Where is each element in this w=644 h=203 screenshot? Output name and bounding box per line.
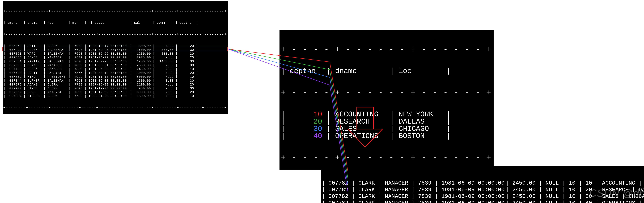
emp-cell: SMITH	[28, 44, 42, 48]
emp-cell: 7839	[72, 67, 82, 71]
emp-cell: CLERK	[48, 94, 66, 98]
emp-cell: 20	[180, 90, 194, 94]
emp-cell: 10	[180, 67, 194, 71]
result-cell: 7839	[418, 193, 431, 200]
emp-h-comm: comm	[157, 21, 174, 25]
emp-cell: NULL	[157, 90, 174, 94]
dept-h-deptno: deptno	[290, 67, 322, 75]
emp-cell: SALESMAN	[48, 48, 66, 52]
emp-cell: 20	[180, 71, 194, 75]
result-cell: 007782	[328, 186, 348, 193]
result-cell: 1981-06-09 00:00:00	[442, 193, 502, 200]
emp-cell: MANAGER	[48, 64, 66, 67]
emp-cell: NULL	[157, 71, 174, 75]
emp-h-hiredate: hiredate	[88, 21, 128, 25]
dept-cell-deptno: 20	[290, 118, 322, 125]
emp-cell: 007499	[7, 48, 22, 52]
emp-cell: 1300.00	[134, 94, 151, 98]
emp-cell: ANALYST	[48, 71, 66, 75]
emp-cell: MANAGER	[48, 67, 66, 71]
result-cell: 1981-06-09 00:00:00	[442, 200, 502, 203]
emp-cell: 7566	[72, 90, 82, 94]
emp-h-empno: empno	[7, 21, 22, 25]
emp-cell: CLARK	[28, 67, 42, 71]
emp-row: | 007902 | FORD | ANALYST | 7566 | 1981-…	[3, 90, 227, 94]
result-cell: 2450.00	[512, 180, 536, 186]
emp-cell: FORD	[28, 90, 42, 94]
emp-row: | 007876 | ADAMS | CLERK | 7788 | 1987-0…	[3, 83, 227, 87]
emp-cell: 1982-01-23 00:00:00	[88, 94, 128, 98]
emp-cell: 1981-09-28 00:00:00	[88, 60, 128, 64]
result-cell: NULL	[546, 186, 559, 193]
emp-cell: 7788	[72, 83, 82, 87]
result-cell: CLARK	[358, 186, 375, 193]
emp-cell: 30	[180, 79, 194, 83]
emp-cell: 7698	[72, 48, 82, 52]
emp-cell: 007900	[7, 87, 22, 91]
emp-cell: 10	[180, 94, 194, 98]
result-cell: 7839	[418, 180, 431, 186]
emp-cell: 007369	[7, 44, 22, 48]
emp-cell: 1981-04-02 00:00:00	[88, 56, 128, 60]
dept-cell-loc: NEW YORK	[399, 111, 442, 118]
emp-cell: 1987-04-19 00:00:00	[88, 71, 128, 75]
result-cell: 007782	[328, 180, 348, 186]
emp-cell: 2450.00	[134, 67, 151, 71]
emp-cell: 007521	[7, 52, 22, 56]
dept-h-dname: dname	[335, 67, 386, 75]
emp-cell: 1600.00	[134, 48, 151, 52]
result-row: | 007782 | CLARK | MANAGER | 7839 | 1981…	[322, 200, 644, 203]
emp-row: | 007499 | ALLEN | SALESMAN | 7698 | 198…	[3, 48, 227, 52]
dept-cell-loc: CHICAGO	[399, 125, 442, 132]
result-cell: 10	[569, 200, 576, 203]
result-cell: MANAGER	[385, 180, 408, 186]
emp-h-mgr: mgr	[72, 21, 82, 25]
result-cell: NULL	[546, 193, 559, 200]
emp-cell: NULL	[157, 94, 174, 98]
emp-cell: NULL	[157, 56, 174, 60]
emp-cell: 7839	[72, 56, 82, 60]
emp-cell: NULL	[157, 75, 174, 79]
emp-cell: 5000.00	[134, 75, 151, 79]
emp-cell: 3000.00	[134, 90, 151, 94]
emp-cell: 1987-05-23 00:00:00	[88, 83, 128, 87]
emp-cell: NULL	[72, 75, 82, 79]
emp-cell: 007934	[7, 94, 22, 98]
dept-cell-dname: OPERATIONS	[335, 132, 386, 140]
emp-cell: SALESMAN	[48, 79, 66, 83]
emp-cell: 1400.00	[157, 60, 174, 64]
emp-row: | 007654 | MARTIN | SALESMAN | 7698 | 19…	[3, 60, 227, 64]
emp-cell: 007788	[7, 71, 22, 75]
emp-cell: NULL	[157, 83, 174, 87]
emp-cell: MILLER	[28, 94, 42, 98]
emp-cell: 007654	[7, 60, 22, 64]
emp-cell: 1980-12-17 00:00:00	[88, 44, 128, 48]
emp-cell: 1250.00	[134, 52, 151, 56]
dept-row: | 30 | SALES | CHICAGO |	[281, 125, 492, 132]
emp-cell: 7698	[72, 79, 82, 83]
emp-cell: 007782	[7, 67, 22, 71]
emp-cell: 1500.00	[134, 79, 151, 83]
emp-cell: 1100.00	[134, 83, 151, 87]
emp-cell: BLAKE	[28, 64, 42, 67]
emp-cell: 30	[180, 64, 194, 67]
emp-cell: 7839	[72, 64, 82, 67]
emp-cell: KING	[28, 75, 42, 79]
emp-cell: JAMES	[28, 87, 42, 91]
emp-cell: NULL	[157, 64, 174, 67]
emp-cell: SALESMAN	[48, 60, 66, 64]
result-cell: CLARK	[358, 193, 375, 200]
result-cell: 10	[569, 180, 576, 186]
emp-header-row: | empno | ename | job | mgr | hiredate |…	[3, 21, 227, 25]
result-cell: 1981-06-09 00:00:00	[442, 186, 502, 193]
emp-cell: 800.00	[134, 44, 151, 48]
emp-cell: NULL	[157, 87, 174, 91]
emp-cell: NULL	[157, 44, 174, 48]
emp-cell: 1981-12-03 00:00:00	[88, 87, 128, 91]
emp-cell: 007566	[7, 56, 22, 60]
result-cell: NULL	[546, 180, 559, 186]
dept-table: + - - - - + - - - - - - + - - - - - - + …	[280, 30, 494, 170]
emp-cell: 1981-09-08 00:00:00	[88, 79, 128, 83]
emp-cell: SCOTT	[28, 71, 42, 75]
result-cell: MANAGER	[385, 186, 408, 193]
